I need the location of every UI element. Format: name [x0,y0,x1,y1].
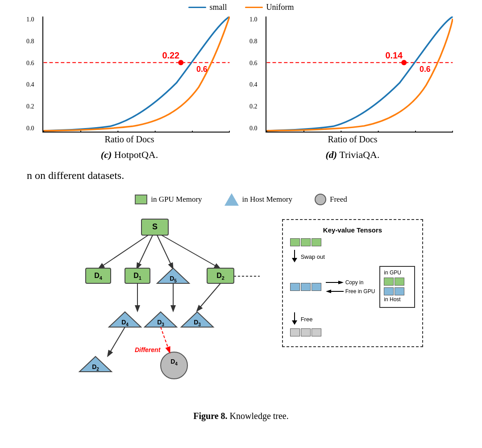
free-row: Free [290,312,416,326]
svg-marker-62 [292,258,297,262]
svg-line-46 [197,283,220,311]
svg-line-58 [161,327,170,352]
bottom-diagram-section: in GPU Memory in Host Memory Freed S [0,189,482,428]
diagram-legend: in GPU Memory in Host Memory Freed [27,193,455,206]
svg-text:0.22: 0.22 [162,50,180,60]
svg-text:Different: Different [135,346,161,353]
in-gpu-label: in GPU [384,270,411,276]
copy-in-row: Copy in [326,279,375,286]
svg-marker-64 [338,281,344,284]
in-host-label: in Host [384,296,411,303]
svg-text:0.6: 0.6 [420,65,431,74]
chart-legend: small Uniform [0,0,482,17]
legend-uniform: Uniform [245,3,294,12]
chart-d-xlabel: Ratio of Docs [328,134,377,145]
chart-c-y-axis: 1.0 0.8 0.6 0.4 0.2 0.0 [26,17,34,132]
host-blue-2 [395,287,404,295]
gpu-rect-icon [135,195,147,204]
kv-row-green [290,238,416,246]
blue-cell-1 [290,283,300,291]
chart-d-svg: 0.14 0.6 10-5 10-4 10-3 10-2 10-1 [266,17,453,132]
swap-out-label: Swap out [301,253,325,260]
legend-freed-item: Freed [315,194,347,205]
gpu-host-tensors [384,278,411,286]
host-tensors [384,287,411,295]
gray-tensors [290,328,321,336]
chart-d-y-axis: 1.0 0.8 0.6 0.4 0.2 0.0 [249,17,258,132]
kv-title: Key-value Tensors [290,226,416,234]
svg-point-56 [161,352,187,379]
chart-d-title: (d) TriviaQA. [325,149,379,161]
kv-tensors-box: Key-value Tensors Swap out [282,219,424,347]
host-triangle-icon [224,193,239,206]
blue-cell-2 [301,283,311,291]
kv-row-gray [290,328,416,336]
chart-c-area: 1.0 0.8 0.6 0.4 0.2 0.0 0.22 [42,17,230,133]
green-cell-3 [312,238,321,246]
svg-line-33 [137,235,153,268]
svg-marker-68 [292,320,297,325]
svg-point-1 [178,60,183,65]
chart-c-title: (c) HotpotQA. [101,149,158,161]
copy-free-labels: Copy in Free in GPU [326,279,375,295]
gpu-green-2 [395,278,404,286]
green-tensors [290,238,321,246]
chart-c-xlabel: Ratio of Docs [104,134,154,145]
down-arrow-2 [290,312,299,326]
legend-host-label: in Host Memory [242,195,292,204]
svg-marker-66 [326,290,331,293]
green-cell-1 [290,238,300,246]
section-heading-text: n on different datasets. [27,170,124,181]
small-line-icon [188,7,206,8]
svg-text:0.14: 0.14 [386,50,403,60]
blue-blocks-row: Copy in Free in GPU in GPU [290,266,416,308]
right-arrow-copy [326,279,344,286]
host-blue-1 [384,287,394,295]
legend-small: small [188,3,227,12]
svg-line-32 [99,235,148,268]
knowledge-tree: S [59,215,264,404]
legend-small-label: small [210,3,227,12]
uniform-line-icon [245,7,263,8]
copy-in-label: Copy in [345,279,364,286]
svg-text:S: S [152,222,158,231]
legend-uniform-label: Uniform [266,3,294,12]
blue-tensors [290,283,321,291]
chart-d-area: 1.0 0.8 0.6 0.4 0.2 0.0 0.14 [266,17,453,133]
figure-caption: Figure 8. Knowledge tree. [27,411,455,421]
blue-cell-3 [312,283,321,291]
free-label: Free [301,316,313,323]
green-cell-2 [301,238,311,246]
gray-cell-2 [301,328,311,336]
gray-cell-1 [290,328,300,336]
tree-svg: S [59,215,264,402]
legend-freed-label: Freed [330,195,347,204]
chart-c-svg: 0.22 0.6 10-5 10-4 10-3 10-2 10-1 [43,17,230,132]
gpu-green-1 [384,278,394,286]
free-in-gpu-label: Free in GPU [345,288,375,295]
chart-c-container: 1.0 0.8 0.6 0.4 0.2 0.0 0.22 [31,17,228,161]
diagram-main: S [27,215,455,404]
legend-gpu-item: in GPU Memory [135,195,202,204]
legend-host-item: in Host Memory [224,193,292,206]
left-arrow-free [326,288,344,295]
figure-text: Knowledge tree. [230,411,289,421]
down-arrow-1 [290,250,299,263]
svg-text:0.6: 0.6 [196,65,208,74]
legend-gpu-label: in GPU Memory [151,195,202,204]
figure-label: Figure 8. [193,411,227,421]
chart-d-container: 1.0 0.8 0.6 0.4 0.2 0.0 0.14 [254,17,451,161]
swap-out-row: Swap out [290,250,416,263]
charts-section: 1.0 0.8 0.6 0.4 0.2 0.0 0.22 [0,17,482,161]
svg-line-53 [108,327,125,356]
freed-circle-icon [315,194,326,205]
gpu-host-box: in GPU in Host [379,266,415,308]
svg-point-16 [401,60,407,65]
section-heading: n on different datasets. [0,161,482,189]
gray-cell-3 [312,328,321,336]
free-in-gpu-row: Free in GPU [326,288,375,295]
